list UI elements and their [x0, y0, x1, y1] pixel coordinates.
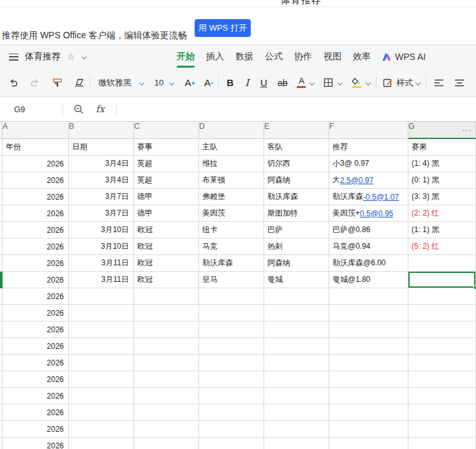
- year-cell[interactable]: 2026: [3, 421, 69, 438]
- empty-cell[interactable]: [69, 371, 134, 388]
- empty-cell[interactable]: [408, 305, 476, 321]
- tip-cell[interactable]: 勒沃库森@6.00: [329, 255, 408, 272]
- empty-cell[interactable]: [408, 338, 476, 355]
- tip-odds-link[interactable]: 2.5@0.97: [340, 176, 373, 185]
- date-cell[interactable]: 3月10日: [69, 239, 134, 255]
- year-cell[interactable]: 2026: [3, 189, 69, 205]
- year-cell[interactable]: 2026: [3, 288, 69, 305]
- empty-cell[interactable]: [264, 321, 329, 338]
- header-cell-5[interactable]: 推荐: [329, 139, 408, 156]
- year-cell[interactable]: 2026: [3, 222, 69, 239]
- empty-cell[interactable]: [408, 355, 476, 371]
- away-team-cell[interactable]: 阿森纳: [264, 255, 329, 272]
- league-cell[interactable]: 德甲: [134, 189, 199, 205]
- empty-cell[interactable]: [264, 305, 329, 321]
- empty-cell[interactable]: [134, 438, 199, 449]
- empty-cell[interactable]: [69, 288, 134, 305]
- decrease-font-size-button[interactable]: A-: [204, 77, 213, 88]
- title-chevron-down-icon[interactable]: [82, 54, 87, 59]
- empty-cell[interactable]: [134, 321, 199, 338]
- away-team-cell[interactable]: 切尔西: [264, 156, 329, 172]
- empty-cell[interactable]: [264, 404, 329, 421]
- strikethrough-button[interactable]: ab: [278, 78, 288, 88]
- empty-cell[interactable]: [69, 421, 134, 438]
- tab-formula[interactable]: 公式: [265, 45, 283, 69]
- league-cell[interactable]: 英超: [134, 156, 199, 172]
- empty-cell[interactable]: [408, 288, 476, 305]
- font-family-select[interactable]: 微软雅黑: [98, 77, 144, 89]
- year-cell[interactable]: 2026: [3, 371, 69, 388]
- empty-cell[interactable]: [264, 388, 329, 404]
- tip-cell[interactable]: 大2.5@0.97: [329, 172, 408, 189]
- result-cell[interactable]: (1: 1) 黑: [408, 222, 476, 239]
- result-cell[interactable]: [408, 255, 476, 272]
- tab-wps-ai[interactable]: WPS AI: [382, 45, 426, 69]
- away-team-cell[interactable]: 阿森纳: [264, 172, 329, 189]
- header-cell-2[interactable]: 赛事: [134, 139, 199, 156]
- result-cell[interactable]: (0: 1) 黑: [408, 172, 476, 189]
- date-cell[interactable]: 3月10日: [69, 222, 134, 239]
- hamburger-menu-icon[interactable]: [9, 54, 19, 61]
- home-team-cell[interactable]: 纽卡: [199, 222, 264, 239]
- font-color-chevron-icon[interactable]: [309, 80, 315, 85]
- empty-cell[interactable]: [329, 388, 408, 404]
- fill-color-button[interactable]: [352, 78, 371, 88]
- tip-odds-link[interactable]: -0.5@1.07: [363, 193, 399, 202]
- date-cell[interactable]: 3月4日: [69, 156, 134, 172]
- empty-cell[interactable]: [199, 388, 264, 404]
- empty-cell[interactable]: [408, 388, 476, 404]
- empty-cell[interactable]: [199, 404, 264, 421]
- column-header-D[interactable]: D: [199, 122, 264, 139]
- insert-function-icon[interactable]: fx: [96, 103, 105, 115]
- empty-cell[interactable]: [408, 371, 476, 388]
- result-cell[interactable]: (1: 4) 黑: [408, 156, 476, 172]
- borders-chevron-icon[interactable]: [338, 80, 343, 85]
- empty-cell[interactable]: [329, 321, 408, 338]
- away-team-cell[interactable]: 曼城: [264, 272, 329, 288]
- year-cell[interactable]: 2026: [3, 305, 69, 321]
- more-columns-button[interactable]: ···: [462, 125, 472, 135]
- tab-start[interactable]: 开始: [177, 45, 195, 69]
- empty-cell[interactable]: [69, 355, 134, 371]
- year-cell[interactable]: 2026: [3, 388, 69, 404]
- column-header-F[interactable]: F: [329, 122, 408, 139]
- date-cell[interactable]: 3月11日: [69, 255, 134, 272]
- empty-cell[interactable]: [329, 438, 408, 449]
- fill-handle[interactable]: [473, 286, 476, 290]
- tip-cell[interactable]: 美因茨+0.5@0.95: [329, 205, 408, 222]
- format-painter-icon[interactable]: [52, 78, 63, 88]
- empty-cell[interactable]: [264, 421, 329, 438]
- tip-cell[interactable]: 勒沃库森-0.5@1.07: [329, 189, 408, 205]
- formula-input[interactable]: [117, 97, 476, 121]
- tab-efficiency[interactable]: 效率: [353, 45, 371, 69]
- align-left-button[interactable]: [434, 79, 444, 87]
- home-team-cell[interactable]: 马竞: [199, 239, 264, 255]
- empty-cell[interactable]: [264, 288, 329, 305]
- empty-cell[interactable]: [134, 305, 199, 321]
- styles-button[interactable]: 样式: [383, 77, 420, 89]
- league-cell[interactable]: 欧冠: [134, 255, 199, 272]
- header-cell-4[interactable]: 客队: [264, 139, 329, 156]
- away-team-cell[interactable]: 勒沃库森: [264, 189, 329, 205]
- year-cell[interactable]: 2026: [3, 338, 69, 355]
- italic-button[interactable]: I: [245, 77, 249, 89]
- header-cell-1[interactable]: 日期: [69, 139, 134, 156]
- zoom-search-icon[interactable]: [73, 104, 84, 115]
- empty-cell[interactable]: [134, 355, 199, 371]
- selected-cell[interactable]: [408, 272, 476, 288]
- home-team-cell[interactable]: 美因茨: [199, 205, 264, 222]
- tip-cell[interactable]: 小3@ 0.97: [329, 156, 408, 172]
- tip-cell[interactable]: 巴萨@0.86: [329, 222, 408, 239]
- empty-cell[interactable]: [199, 421, 264, 438]
- empty-cell[interactable]: [199, 338, 264, 355]
- eraser-icon[interactable]: [74, 78, 85, 87]
- empty-cell[interactable]: [199, 355, 264, 371]
- undo-button[interactable]: [8, 78, 19, 88]
- away-team-cell[interactable]: 热刺: [264, 239, 329, 255]
- tip-odds-link[interactable]: 0.5@0.95: [360, 209, 393, 218]
- result-cell[interactable]: (5: 2) 红: [408, 239, 476, 255]
- redo-button[interactable]: [30, 78, 41, 88]
- year-cell[interactable]: 2026: [3, 321, 69, 338]
- empty-cell[interactable]: [408, 321, 476, 338]
- year-cell[interactable]: 2026: [3, 355, 69, 371]
